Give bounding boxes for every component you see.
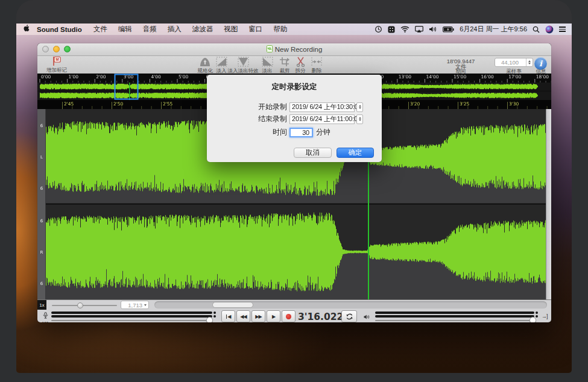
input-meter-left — [51, 312, 212, 314]
input-meter-right — [51, 315, 212, 318]
vertical-scrollbar[interactable] — [546, 109, 551, 299]
input-level-value: 100 — [40, 321, 51, 322]
start-record-field[interactable]: 2019/ 6/24 上午10:30:00 — [289, 102, 355, 112]
menu-item-5[interactable]: 滤波器 — [187, 25, 219, 33]
duration-minutes-field[interactable]: 30 — [289, 128, 313, 137]
ok-button[interactable]: 确定 — [337, 148, 374, 158]
start-record-stepper[interactable] — [356, 102, 363, 112]
transport-bar: 1x 1,713 100 — [37, 299, 551, 322]
play-button[interactable]: ▶ — [267, 310, 280, 322]
output-volume-slider[interactable] — [375, 320, 534, 321]
input-source: 100 — [40, 310, 51, 322]
airplay-icon[interactable] — [415, 26, 423, 33]
cancel-button[interactable]: 取消 — [294, 148, 332, 158]
wifi-icon[interactable] — [400, 26, 409, 33]
toolbar-action-7[interactable]: 删除 — [308, 57, 326, 75]
window-toolbar: M 增加标记 规格化淡入淡入淡出特效淡出裁剪拆分删除 18'09.9447 文件… — [37, 56, 551, 74]
zoom-slider[interactable] — [52, 305, 117, 306]
input-peak-dot — [213, 315, 216, 318]
end-record-label: 结束录制 — [207, 114, 287, 124]
toolbar-action-icon — [308, 57, 326, 67]
screenshot-card: Sound Studio 文件编辑音频插入滤波器视图窗口帮助 6月24日 周一 — [16, 0, 572, 373]
menu-items: 文件编辑音频插入滤波器视图窗口帮助 — [88, 25, 293, 34]
sample-rate-select[interactable]: 44,100 — [495, 58, 533, 67]
loop-icon — [346, 313, 353, 321]
battery-icon[interactable] — [443, 27, 454, 33]
zoom-value-select[interactable]: 1,713 — [121, 301, 149, 309]
spotlight-icon[interactable] — [533, 26, 540, 33]
output-peak-dot — [536, 312, 538, 314]
toolbar-action-icon — [225, 57, 261, 67]
horizontal-scrollbar-thumb[interactable] — [212, 302, 253, 308]
output-peak-dot — [536, 315, 538, 318]
time-display: 3'16.0229 — [298, 312, 340, 322]
output-meter-left — [375, 312, 534, 314]
menu-item-7[interactable]: 窗口 — [243, 25, 268, 33]
top-band — [16, 0, 572, 23]
toolbar-action-5[interactable]: 裁剪 — [276, 57, 293, 75]
input-peak-dot — [213, 312, 216, 314]
duration-minutes-label: 时间 — [207, 127, 287, 137]
toolbar-action-3[interactable]: 淡入淡出特效 — [225, 57, 261, 75]
menu-item-2[interactable]: 编辑 — [113, 25, 138, 33]
toolbar-action-6[interactable]: 拆分 — [292, 57, 309, 75]
siri-icon[interactable] — [545, 25, 554, 34]
toolbar-action-icon — [276, 57, 293, 67]
output-meter-right — [375, 315, 534, 318]
horizontal-scrollbar[interactable] — [154, 301, 547, 308]
end-record-stepper[interactable] — [356, 114, 363, 124]
loop-button[interactable] — [341, 310, 357, 322]
record-icon — [286, 314, 291, 319]
input-volume-knob[interactable] — [206, 317, 213, 322]
input-method-icon[interactable] — [388, 26, 395, 33]
menu-bar: Sound Studio 文件编辑音频插入滤波器视图窗口帮助 6月24日 周一 — [16, 23, 572, 35]
menu-item-3[interactable]: 音频 — [138, 25, 162, 33]
time-machine-icon[interactable] — [375, 25, 382, 33]
end-record-field[interactable]: 2019/ 6/24 上午11:00:00 — [289, 114, 355, 124]
menubar-clock[interactable]: 6月24日 周一 上午9:56 — [460, 25, 527, 34]
speaker-icon — [364, 315, 370, 319]
input-volume-slider[interactable] — [51, 320, 212, 321]
output-volume: 12.0 — [361, 311, 373, 322]
menu-item-4[interactable]: 插入 — [162, 25, 187, 33]
rewind-button[interactable]: ◀◀ — [236, 310, 250, 322]
toolbar-add-marker[interactable]: M 增加标记 — [37, 56, 76, 74]
microphone-icon — [43, 312, 48, 319]
flag-icon: M — [37, 56, 76, 66]
window-titlebar[interactable]: New Recording — [37, 43, 551, 56]
skip-to-end-icon[interactable]: →] — [542, 313, 548, 319]
toolbar-action-icon — [259, 57, 276, 67]
dialog-title: 定时录影设定 — [207, 82, 382, 92]
minutes-unit-label: 分钟 — [316, 127, 330, 137]
notification-center-icon[interactable] — [559, 27, 566, 32]
menu-item-1[interactable]: 文件 — [88, 25, 113, 33]
record-button[interactable] — [282, 310, 296, 322]
toolbar-action-icon — [292, 57, 309, 67]
fast-forward-button[interactable]: ▶▶ — [251, 310, 265, 322]
stepper-icon[interactable] — [526, 58, 533, 66]
output-level-value: 12.0 — [361, 322, 373, 322]
go-to-start-button[interactable]: ◀ — [221, 310, 235, 322]
output-volume-knob[interactable] — [530, 317, 536, 322]
apple-menu-icon[interactable] — [24, 25, 31, 34]
menu-item-6[interactable]: 视图 — [218, 25, 243, 33]
window-title: New Recording — [275, 46, 323, 53]
zoom-slider-knob[interactable] — [77, 302, 83, 308]
toolbar-action-4[interactable]: 淡出 — [259, 57, 276, 75]
document-icon — [267, 45, 273, 54]
svg-text:M: M — [55, 57, 58, 61]
timed-recording-dialog: 定时录影设定 开始录制 2019/ 6/24 上午10:30:00 结束录制 2… — [207, 75, 382, 162]
start-record-label: 开始录制 — [207, 102, 287, 112]
volume-icon[interactable] — [429, 26, 437, 33]
menu-item-8[interactable]: 帮助 — [268, 25, 292, 33]
chevron-down-icon — [144, 304, 147, 306]
zoom-ratio-label: 1x — [37, 300, 46, 310]
app-name[interactable]: Sound Studio — [37, 26, 82, 33]
